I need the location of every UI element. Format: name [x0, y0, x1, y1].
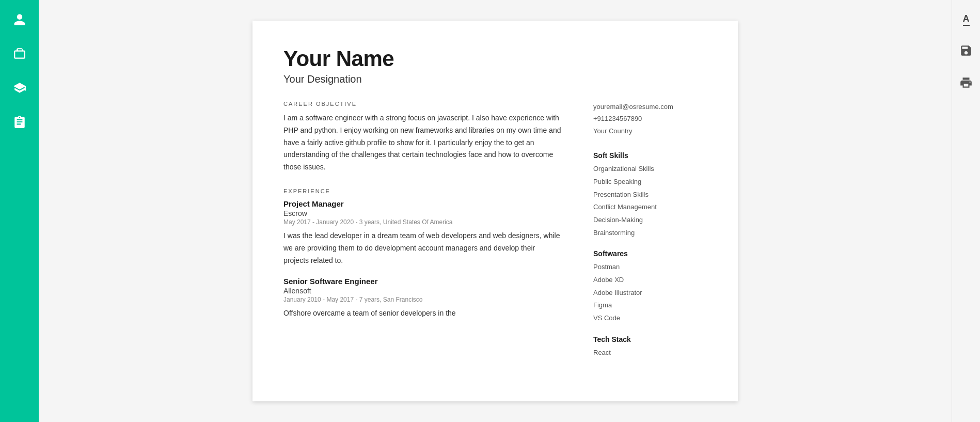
resume-header: Your Name Your Designation: [283, 46, 707, 85]
desc-2: Offshore overcame a team of senior devel…: [283, 307, 562, 320]
main-area: Your Name Your Designation CAREER OBJECT…: [39, 0, 952, 422]
job-title-2: Senior Software Engineer: [283, 277, 562, 286]
sidebar-education-icon[interactable]: [10, 79, 29, 97]
software-vscode: VS Code: [593, 312, 707, 325]
soft-skills-section: Soft Skills Organizational Skills Public…: [593, 151, 707, 239]
software-adobe-xd: Adobe XD: [593, 274, 707, 287]
date-1: May 2017 - January 2020 - 3 years, Unite…: [283, 218, 562, 226]
skill-presentation: Presentation Skills: [593, 189, 707, 201]
experience-section: EXPERIENCE Project Manager Escrow May 20…: [283, 188, 562, 320]
tech-stack-label: Tech Stack: [593, 335, 707, 343]
resume-name: Your Name: [283, 46, 707, 71]
company-2: Allensoft: [283, 287, 562, 295]
desc-1: I was the lead developer in a dream team…: [283, 230, 562, 267]
resume-designation: Your Designation: [283, 73, 707, 85]
skill-conflict: Conflict Management: [593, 201, 707, 214]
career-objective-section: CAREER OBJECTIVE I am a software enginee…: [283, 101, 562, 174]
skill-brainstorming: Brainstorming: [593, 227, 707, 240]
softwares-section: Softwares Postman Adobe XD Adobe Illustr…: [593, 249, 707, 324]
date-2: January 2010 - May 2017 - 7 years, San F…: [283, 296, 562, 303]
skill-decision: Decision-Making: [593, 214, 707, 227]
tech-react: React: [593, 347, 707, 360]
software-adobe-illustrator: Adobe Illustrator: [593, 287, 707, 300]
font-size-button[interactable]: A: [958, 10, 974, 27]
save-button[interactable]: [958, 42, 974, 59]
contact-phone: +911234567890: [593, 113, 707, 124]
software-figma: Figma: [593, 299, 707, 312]
experience-item-2: Senior Software Engineer Allensoft Janua…: [283, 277, 562, 320]
resume-body: CAREER OBJECTIVE I am a software enginee…: [283, 101, 707, 369]
job-title-1: Project Manager: [283, 199, 562, 208]
contact-country: Your Country: [593, 125, 707, 137]
career-objective-title: CAREER OBJECTIVE: [283, 101, 562, 107]
contact-info: youremail@osresume.com +911234567890 You…: [593, 101, 707, 137]
tech-stack-section: Tech Stack React: [593, 335, 707, 360]
tech-stack-list: React: [593, 347, 707, 360]
font-a-icon: A: [963, 13, 970, 24]
sidebar-profile-icon[interactable]: [10, 10, 29, 29]
skill-public-speaking: Public Speaking: [593, 176, 707, 189]
right-column: youremail@osresume.com +911234567890 You…: [593, 101, 707, 369]
left-sidebar: [0, 0, 39, 422]
experience-title: EXPERIENCE: [283, 188, 562, 194]
resume-page: Your Name Your Designation CAREER OBJECT…: [252, 21, 738, 401]
software-postman: Postman: [593, 261, 707, 274]
experience-item-1: Project Manager Escrow May 2017 - Januar…: [283, 199, 562, 267]
company-1: Escrow: [283, 209, 562, 217]
soft-skills-list: Organizational Skills Public Speaking Pr…: [593, 163, 707, 239]
career-objective-text: I am a software engineer with a strong f…: [283, 112, 562, 174]
contact-email: youremail@osresume.com: [593, 101, 707, 113]
sidebar-briefcase-icon[interactable]: [10, 44, 29, 63]
left-column: CAREER OBJECTIVE I am a software enginee…: [283, 101, 562, 369]
skill-organizational: Organizational Skills: [593, 163, 707, 176]
soft-skills-label: Soft Skills: [593, 151, 707, 160]
print-button[interactable]: [958, 74, 974, 91]
sidebar-clipboard-icon[interactable]: [10, 113, 29, 131]
softwares-list: Postman Adobe XD Adobe Illustrator Figma…: [593, 261, 707, 324]
right-sidebar: A: [952, 0, 980, 422]
softwares-label: Softwares: [593, 249, 707, 258]
